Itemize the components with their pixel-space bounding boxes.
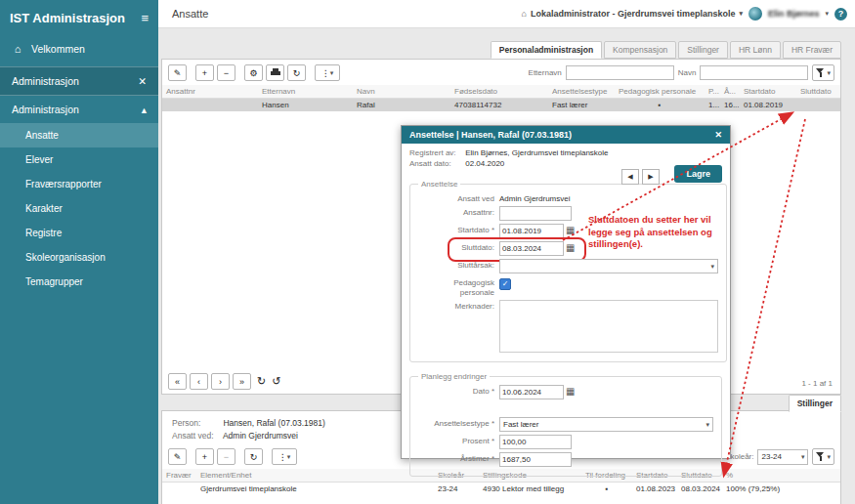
sidebar-section-label: Administrasjon bbox=[12, 75, 79, 87]
top-header: Ansatte ⌂ Lokaladministrator - Gjerdrums… bbox=[158, 0, 855, 28]
cell-ansattnr bbox=[162, 99, 258, 112]
avatar[interactable] bbox=[748, 7, 762, 21]
cell-ansettelsestype: Fast lærer bbox=[548, 99, 615, 112]
col-element-enhet: Element/Enhet bbox=[196, 469, 434, 483]
prev-page-button[interactable]: ‹ bbox=[190, 373, 208, 390]
navn-filter-label: Navn bbox=[678, 68, 697, 77]
sluttarsak-select[interactable]: ▾ bbox=[499, 259, 718, 273]
sidebar-item-fravaersrapporter[interactable]: Fraværsrapporter bbox=[0, 172, 158, 196]
last-page-icon: » bbox=[239, 377, 244, 387]
first-page-button[interactable]: « bbox=[168, 373, 187, 390]
school-context-label: Lokaladministrator - Gjerdrumsvei timepl… bbox=[531, 9, 736, 19]
add-button[interactable]: + bbox=[195, 64, 214, 81]
tab-kompensasjon[interactable]: Kompensasjon bbox=[604, 41, 676, 59]
school-context-dropdown[interactable]: ⌂ Lokaladministrator - Gjerdrumsvei time… bbox=[521, 9, 743, 19]
chevron-down-icon: ▾ bbox=[827, 453, 831, 461]
print-button[interactable] bbox=[266, 64, 284, 81]
reset-icon[interactable]: ↺ bbox=[272, 375, 280, 388]
pedagogisk-checkbox[interactable]: ✓ bbox=[499, 278, 511, 290]
person-value: Hansen, Rafal (07.03.1981) bbox=[223, 418, 324, 428]
last-page-button[interactable]: » bbox=[233, 373, 251, 390]
sidebar-group-administrasjon[interactable]: Administrasjon ▴ bbox=[0, 96, 158, 123]
col-ansettelsestype: Ansettelsestype bbox=[548, 85, 615, 99]
arstimer-input[interactable] bbox=[499, 452, 572, 467]
table-row[interactable]: Gjerdrumsvei timeplanskole 23-24 4930 Le… bbox=[162, 483, 840, 496]
refresh-positions-button[interactable]: ↻ bbox=[244, 448, 263, 465]
annotation-note: Sluttdatoen du setter her vil legge seg … bbox=[588, 214, 735, 251]
ansattnr-input[interactable] bbox=[499, 206, 572, 221]
sluttdato-input[interactable] bbox=[499, 241, 564, 256]
ansettelsestype-select[interactable]: Fast lærer ▾ bbox=[499, 417, 713, 432]
chevron-down-icon: ▾ bbox=[330, 69, 334, 77]
subtab-stillinger[interactable]: Stillinger bbox=[789, 395, 841, 412]
sidebar-item-velkommen[interactable]: ⌂ Velkommen bbox=[0, 35, 158, 63]
edit-position-button[interactable]: ✎ bbox=[168, 448, 187, 465]
remove-button[interactable]: − bbox=[217, 64, 235, 81]
sidebar-item-registre[interactable]: Registre bbox=[0, 221, 158, 245]
left-icon: ◀ bbox=[627, 173, 632, 181]
sidebar-item-temagrupper[interactable]: Temagrupper bbox=[0, 270, 158, 294]
etternavn-filter-input[interactable] bbox=[566, 65, 674, 80]
collapse-sidebar-icon[interactable]: ≡ bbox=[141, 11, 149, 25]
ansettelse-dialog: Ansettelse | Hansen, Rafal (07.03.1981) … bbox=[401, 125, 731, 459]
edit-button[interactable]: ✎ bbox=[168, 64, 187, 81]
chevron-down-icon: ▾ bbox=[739, 10, 743, 18]
previous-record-button[interactable]: ◀ bbox=[621, 169, 639, 185]
calendar-icon[interactable]: ▦ bbox=[566, 241, 575, 254]
sidebar-item-elever[interactable]: Elever bbox=[0, 147, 158, 172]
tab-hr-lonn[interactable]: HR Lønn bbox=[730, 41, 781, 59]
employees-toolbar: ✎ + − ⚙ ↻ ⋮ ▾ Etternavn Navn bbox=[162, 60, 840, 85]
plus-icon: + bbox=[202, 452, 207, 462]
right-icon: ▶ bbox=[648, 173, 653, 181]
building-icon: ⌂ bbox=[521, 9, 526, 19]
tab-stillinger[interactable]: Stillinger bbox=[678, 41, 728, 59]
next-record-button[interactable]: ▶ bbox=[642, 169, 660, 185]
save-button[interactable]: Lagre bbox=[674, 165, 722, 183]
cell-navn: Rafal bbox=[353, 99, 450, 112]
sidebar-item-skoleorganisasjon[interactable]: Skoleorganisasjon bbox=[0, 245, 158, 270]
calendar-icon[interactable]: ▦ bbox=[566, 224, 575, 236]
remove-position-button[interactable]: − bbox=[217, 448, 235, 465]
ansatt-dato-label: Ansatt dato: bbox=[409, 159, 463, 170]
pencil-icon: ✎ bbox=[174, 68, 182, 78]
navn-filter-input[interactable] bbox=[700, 65, 808, 80]
next-page-button[interactable]: › bbox=[211, 373, 230, 390]
close-icon[interactable]: ✕ bbox=[138, 75, 147, 87]
person-label: Person: bbox=[172, 417, 221, 430]
table-row[interactable]: Hansen Rafal 47038114732 Fast lærer ▪ 1.… bbox=[162, 99, 840, 112]
filter-button[interactable]: ▾ bbox=[812, 64, 834, 81]
col-fravaer: Fravær bbox=[162, 469, 196, 483]
cell-sluttdato bbox=[796, 99, 840, 112]
skolear-select[interactable]: 23-24 ▾ bbox=[757, 449, 808, 465]
calendar-icon[interactable]: ▦ bbox=[566, 385, 575, 398]
startdato-label: Startdato * bbox=[418, 224, 494, 235]
refresh-button[interactable]: ↻ bbox=[287, 64, 306, 81]
prosent-label: Prosent * bbox=[418, 435, 494, 446]
tab-hr-fravaer[interactable]: HR Fravær bbox=[783, 41, 841, 59]
col-startdato: Startdato bbox=[740, 85, 796, 99]
more-positions-button[interactable]: ⋮ ▾ bbox=[272, 448, 297, 465]
tab-personaladministrasjon[interactable]: Personaladministrasjon bbox=[491, 41, 602, 59]
minus-icon: − bbox=[224, 68, 229, 78]
registrert-av-value: Elin Bjørnes, Gjerdrumsvei timeplanskole bbox=[465, 148, 608, 157]
help-button[interactable]: ? bbox=[834, 8, 847, 21]
first-page-icon: « bbox=[175, 377, 180, 387]
positions-filter-button[interactable]: ▾ bbox=[812, 448, 834, 465]
cell-pedagogisk-checkbox: ▪ bbox=[615, 99, 705, 112]
refresh-icon: ↻ bbox=[250, 452, 258, 462]
dots-menu-icon: ⋮ bbox=[321, 68, 330, 78]
add-position-button[interactable]: + bbox=[195, 448, 214, 465]
prosent-input[interactable] bbox=[499, 435, 572, 449]
refresh-icon[interactable]: ↻ bbox=[257, 375, 266, 388]
close-icon[interactable]: ✕ bbox=[714, 130, 722, 140]
settings-button[interactable]: ⚙ bbox=[244, 64, 263, 81]
sidebar-item-karakter[interactable]: Karakter bbox=[0, 196, 158, 221]
sidebar-item-ansatte[interactable]: Ansatte bbox=[0, 123, 158, 147]
cell-til-fordeling-checkbox: ▪ bbox=[581, 483, 632, 496]
merknader-textarea[interactable] bbox=[499, 300, 718, 353]
dato-input[interactable] bbox=[499, 385, 564, 399]
chevron-up-icon: ▴ bbox=[142, 104, 147, 115]
startdato-input[interactable] bbox=[499, 224, 564, 238]
user-name[interactable]: Elin Bjørnes bbox=[768, 9, 820, 19]
more-actions-button[interactable]: ⋮ ▾ bbox=[315, 64, 340, 81]
